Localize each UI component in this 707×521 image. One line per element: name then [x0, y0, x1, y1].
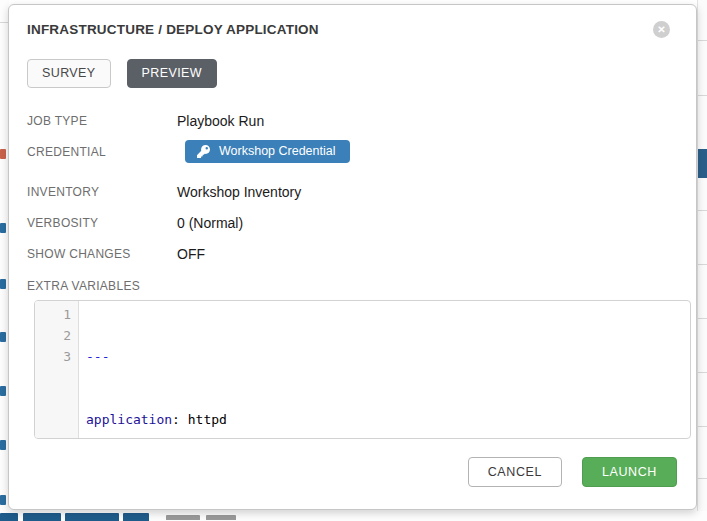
- line-number: 2: [35, 325, 71, 346]
- cancel-button[interactable]: CANCEL: [468, 457, 562, 487]
- yaml-value: httpd: [180, 412, 227, 427]
- line-number: 3: [35, 346, 71, 367]
- job-details: JOB TYPE Playbook Run CREDENTIAL Worksho…: [27, 105, 690, 269]
- inventory-label: INVENTORY: [27, 185, 177, 199]
- tab-bar: SURVEY PREVIEW: [27, 59, 690, 88]
- show-changes-label: SHOW CHANGES: [27, 247, 177, 261]
- close-icon[interactable]: ✕: [653, 21, 670, 38]
- field-row-inventory: INVENTORY Workshop Inventory: [27, 176, 690, 207]
- yaml-doc-separator: ---: [86, 349, 109, 364]
- background-page-bottom-sliver: [0, 511, 707, 521]
- field-row-job-type: JOB TYPE Playbook Run: [27, 105, 690, 136]
- verbosity-value: 0 (Normal): [177, 215, 243, 231]
- background-page-right-sliver: [697, 0, 707, 521]
- code-line-2: application: httpd: [86, 409, 227, 430]
- yaml-colon: :: [172, 412, 180, 427]
- editor-code-area[interactable]: --- application: httpd: [79, 301, 227, 438]
- editor-line-numbers: 1 2 3: [35, 301, 79, 438]
- show-changes-value: OFF: [177, 246, 205, 262]
- launch-button[interactable]: LAUNCH: [582, 457, 677, 487]
- field-row-credential: CREDENTIAL Workshop Credential: [27, 136, 690, 167]
- modal-header: INFRASTRUCTURE / DEPLOY APPLICATION ✕: [27, 22, 690, 38]
- code-line-1: ---: [86, 346, 227, 367]
- job-type-label: JOB TYPE: [27, 114, 177, 128]
- yaml-key: application: [86, 412, 172, 427]
- modal-footer: CANCEL LAUNCH: [468, 457, 677, 487]
- credential-badge-label: Workshop Credential: [219, 144, 336, 158]
- extra-variables-editor[interactable]: 1 2 3 --- application: httpd: [34, 300, 691, 439]
- field-row-show-changes: SHOW CHANGES OFF: [27, 238, 690, 269]
- credential-badge[interactable]: Workshop Credential: [185, 140, 350, 163]
- line-number: 1: [35, 304, 71, 325]
- tab-survey[interactable]: SURVEY: [27, 59, 111, 88]
- credential-label: CREDENTIAL: [27, 145, 177, 159]
- verbosity-label: VERBOSITY: [27, 216, 177, 230]
- job-type-value: Playbook Run: [177, 113, 264, 129]
- extra-variables-label: EXTRA VARIABLES: [27, 279, 690, 293]
- deploy-application-modal: INFRASTRUCTURE / DEPLOY APPLICATION ✕ SU…: [8, 4, 697, 510]
- tab-preview[interactable]: PREVIEW: [127, 59, 217, 88]
- key-icon: [197, 145, 210, 158]
- inventory-value: Workshop Inventory: [177, 184, 301, 200]
- modal-title: INFRASTRUCTURE / DEPLOY APPLICATION: [27, 22, 690, 38]
- field-row-verbosity: VERBOSITY 0 (Normal): [27, 207, 690, 238]
